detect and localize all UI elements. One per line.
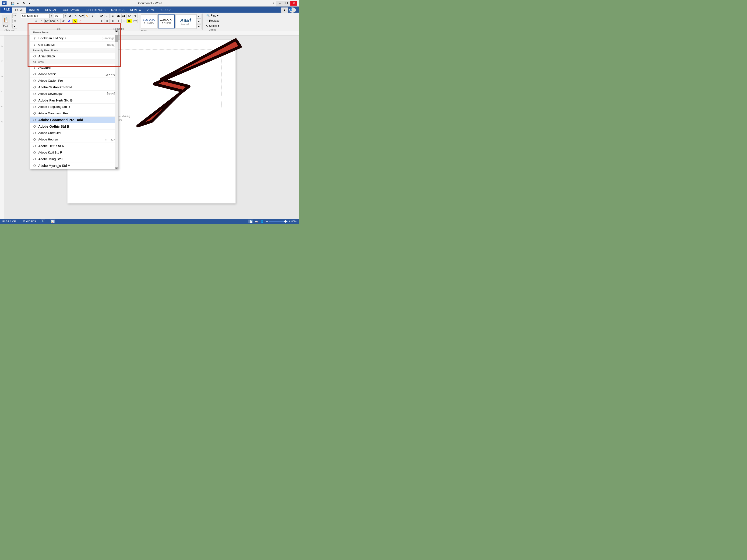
minimize-button[interactable]: ─ <box>276 1 283 6</box>
justify-button[interactable]: ≡ <box>116 19 121 23</box>
bullet-list-button[interactable]: ≡• <box>99 14 104 18</box>
font-item-acadef[interactable]: T AcadEref <box>30 64 118 71</box>
font-item-adobe-ming[interactable]: O Adobe Ming Std L <box>30 156 118 162</box>
font-item-arial-black[interactable]: O Arial Black <box>30 53 118 59</box>
tab-insert[interactable]: INSERT <box>26 7 42 12</box>
font-item-adobe-garamond[interactable]: O Adobe Garamond Pro <box>30 110 118 117</box>
tab-file[interactable]: FILE <box>1 6 12 12</box>
italic-button[interactable]: I <box>39 19 44 23</box>
tab-page-layout[interactable]: PAGE LAYOUT <box>59 7 83 12</box>
text-highlight-button[interactable]: A <box>72 19 77 23</box>
find-button[interactable]: 🔍 Find ▾ <box>205 14 220 18</box>
font-list-scroll[interactable]: T AcadEref O Adobe Arabic أيجد هوز O Ado… <box>30 64 118 169</box>
select-button[interactable]: ↖ Select ▾ <box>205 24 220 28</box>
font-item-adobe-fangsong[interactable]: O Adobe Fangsong Std R <box>30 104 118 110</box>
redo-button[interactable]: ↻ <box>22 1 26 6</box>
font-item-adobe-arabic[interactable]: O Adobe Arabic أيجد هوز <box>30 71 118 77</box>
zoom-slider[interactable] <box>269 221 288 222</box>
save-button[interactable]: 💾 <box>10 1 15 6</box>
tab-review[interactable]: REVIEW <box>127 7 144 12</box>
tab-home[interactable]: HOME <box>12 7 26 12</box>
font-size-input[interactable] <box>54 14 63 18</box>
font-item-adobe-fan-heiti[interactable]: O Adobe Fan Heiti Std B <box>30 97 118 104</box>
scroll-down-btn[interactable]: ▼ <box>115 167 118 169</box>
close-button[interactable]: ✕ <box>290 1 297 6</box>
subscript-button[interactable]: X₂ <box>56 19 61 23</box>
font-item-gillsans[interactable]: T Gill Sans MT (Body) <box>30 42 118 48</box>
superscript-button[interactable]: X² <box>61 19 66 23</box>
font-item-bookman[interactable]: T Bookman Old Style (Headings) <box>30 35 118 42</box>
undo-button[interactable]: ↩ <box>16 1 21 6</box>
font-item-adobe-caslon[interactable]: O Adobe Caslon Pro <box>30 77 118 84</box>
cut-button[interactable]: ✂ <box>12 14 17 18</box>
style-normal-box[interactable]: AaBbCcDc ¶ Normal <box>158 15 175 28</box>
clipboard-sub-buttons: ✂ ⎘ 🖌 <box>12 14 17 28</box>
tab-acrobat[interactable]: ACROBAT <box>157 7 176 12</box>
numbered-list-button[interactable]: 1. <box>105 14 110 18</box>
proofing-button[interactable]: 🔍 <box>41 219 45 223</box>
font-color-button[interactable]: A <box>78 19 83 23</box>
style-header-box[interactable]: AaBbCcDc ¶ Header... <box>141 15 158 28</box>
shrink-font-button[interactable]: A <box>73 14 78 18</box>
increase-indent-button[interactable]: ≡▶ <box>121 14 127 18</box>
help-button[interactable]: ? <box>271 1 276 6</box>
decrease-indent-button[interactable]: ◀≡ <box>116 14 121 18</box>
zoom-in-button[interactable]: + <box>289 220 290 223</box>
dropdown-scrollbar[interactable]: ▲ ▼ <box>115 30 118 169</box>
center-button[interactable]: ≡ <box>105 19 110 23</box>
line-spacing-button[interactable]: ↕ <box>121 19 127 23</box>
icon-adobe-caslon-bold: O <box>33 85 36 89</box>
tab-mailings[interactable]: MAILINGS <box>108 7 127 12</box>
word-count-button[interactable]: 📊 <box>50 219 55 223</box>
clear-formatting-button[interactable]: A <box>84 14 89 18</box>
font-item-adobe-myungjo[interactable]: O Adobe Myungjo Std M <box>30 162 118 169</box>
font-item-adobe-devanagari[interactable]: O Adobe Devanagari देवनागरी <box>30 90 118 97</box>
align-left-button[interactable]: ≡ <box>99 19 104 23</box>
grow-font-button[interactable]: A <box>68 14 73 18</box>
user-avatar[interactable]: 👤 <box>289 7 296 12</box>
customize-button[interactable]: ▾ <box>27 1 32 6</box>
copy-button[interactable]: ⎘ <box>12 19 17 23</box>
restore-button[interactable]: ❐ <box>283 1 290 6</box>
borders-button[interactable]: □▾ <box>133 19 138 23</box>
change-case-button[interactable]: Aa▾ <box>79 14 84 18</box>
style-personal-box[interactable]: AaBl Personal... <box>175 15 196 28</box>
format-list-button[interactable]: ≡ <box>90 14 95 18</box>
styles-scroll-up[interactable]: ▲ <box>196 14 202 19</box>
tab-references[interactable]: REFERENCES <box>83 7 108 12</box>
format-painter-button[interactable]: 🖌 <box>12 24 17 28</box>
styles-more[interactable]: ▼ <box>196 24 202 29</box>
font-item-adobe-heiti[interactable]: O Adobe Heiti Std R <box>30 143 118 149</box>
font-item-adobe-hebrew[interactable]: O Adobe Hebrew אבגד הוז <box>30 136 118 143</box>
font-item-adobe-caslon-bold[interactable]: O Adobe Caslon Pro Bold <box>30 84 118 90</box>
replace-button[interactable]: ↔ Replace <box>205 19 221 23</box>
show-marks-button[interactable]: ¶ <box>133 14 138 18</box>
font-item-adobe-gothic[interactable]: O Adobe Gothic Std B <box>30 123 118 130</box>
font-item-adobe-kaiti[interactable]: O Adobe Kaiti Std R <box>30 149 118 156</box>
font-name-dropdown[interactable]: ▼ <box>50 14 53 18</box>
ribbon-collapse-button[interactable]: ▲ <box>281 7 288 12</box>
font-item-adobe-garamond-bold[interactable]: O Adobe Garamond Pro Bold <box>30 117 118 123</box>
full-reading-button[interactable]: 📖 <box>254 219 259 223</box>
styles-scroll-down[interactable]: ▼ <box>196 19 202 24</box>
strikethrough-button[interactable]: abc <box>50 19 55 23</box>
tab-design[interactable]: DESIGN <box>42 7 59 12</box>
bold-button[interactable]: B <box>33 19 38 23</box>
align-right-button[interactable]: ≡ <box>110 19 115 23</box>
web-layout-button[interactable]: 🌐 <box>260 219 264 223</box>
icon-adobe-fangsong: O <box>33 105 36 109</box>
zoom-out-button[interactable]: ─ <box>266 220 268 223</box>
zoom-thumb <box>284 220 287 222</box>
text-effects-button[interactable]: A <box>67 19 72 23</box>
sort-button[interactable]: ↕A <box>127 14 132 18</box>
underline-button[interactable]: U▾ <box>44 19 50 23</box>
font-item-adobe-gurmukhi[interactable]: O Adobe Gurmukhi <box>30 130 118 136</box>
print-layout-button[interactable]: 📄 <box>248 219 253 223</box>
font-size-dropdown[interactable]: ▼ <box>63 14 67 18</box>
tab-view[interactable]: VIEW <box>144 7 157 12</box>
paste-button[interactable]: 📋 Paste <box>2 15 10 28</box>
shading-button[interactable]: ▓▾ <box>127 19 132 23</box>
multilevel-list-button[interactable]: ≡ <box>110 14 115 18</box>
scroll-up-btn[interactable]: ▲ <box>115 30 118 32</box>
font-name-input[interactable] <box>21 14 49 18</box>
